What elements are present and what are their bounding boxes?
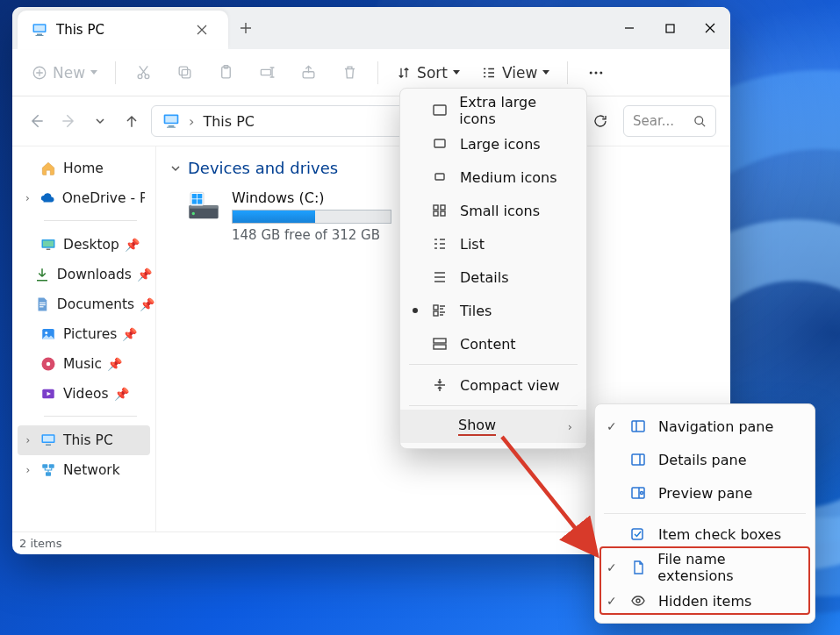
sort-button[interactable]: Sort [387,59,469,87]
maximize-button[interactable] [650,7,690,49]
pin-icon: 📌 [125,238,140,252]
show-details-pane[interactable]: Details pane [595,443,815,476]
nav-music[interactable]: ›Music📌 [18,349,150,379]
refresh-button[interactable] [585,105,616,137]
show-preview-pane[interactable]: Preview pane [595,476,815,510]
new-tab-button[interactable] [228,7,263,49]
view-list[interactable]: List [400,227,586,260]
nav-this-pc[interactable]: ›This PC [18,425,150,455]
details-icon [432,269,448,285]
navigation-pane[interactable]: › Home › OneDrive - Pe ›Desktop📌 ›Downlo… [12,146,156,532]
forward-button[interactable] [56,109,81,133]
svg-rect-34 [43,436,54,442]
medium-icons-icon [432,169,448,185]
content-icon [432,336,448,352]
network-icon [40,462,56,478]
check-icon: ✓ [607,419,617,433]
view-tiles[interactable]: Tiles [400,294,586,327]
tab-this-pc[interactable]: This PC [18,11,228,49]
view-compact[interactable]: Compact view [400,368,586,402]
address-row: › This PC Sear... [12,96,730,146]
recent-locations-button[interactable] [88,109,112,133]
show-navigation-pane[interactable]: ✓Navigation pane [595,410,815,443]
nav-desktop[interactable]: ›Desktop📌 [18,230,150,260]
up-button[interactable] [119,109,144,133]
more-button[interactable] [577,59,615,87]
compact-view-icon [432,377,448,393]
delete-button[interactable] [331,59,369,86]
nav-downloads[interactable]: ›Downloads📌 [18,260,150,289]
nav-home[interactable]: › Home [18,153,150,183]
paste-button[interactable] [207,59,245,86]
this-pc-icon [40,432,56,448]
nav-network[interactable]: ›Network [18,455,150,485]
svg-rect-40 [189,205,218,208]
new-label: New [53,64,85,82]
rename-button[interactable] [248,59,286,86]
svg-rect-57 [434,345,446,349]
back-button[interactable] [25,109,49,133]
view-medium-icons[interactable]: Medium icons [400,161,586,194]
view-small-icons[interactable]: Small icons [400,194,586,227]
view-extra-large-icons[interactable]: Extra large icons [400,94,586,127]
sort-label: Sort [417,64,448,82]
drive-icon [186,189,221,225]
pin-icon: 📌 [114,387,129,401]
check-icon: ✓ [607,594,617,608]
pin-icon: 📌 [140,297,154,311]
svg-rect-46 [197,199,202,203]
this-pc-icon [32,22,47,38]
preview-pane-icon [630,485,646,501]
tab-close-button[interactable] [190,18,214,42]
nav-home-label: Home [63,161,104,176]
svg-rect-37 [49,464,54,468]
this-pc-icon [162,112,180,130]
hidden-items-icon [630,593,646,609]
close-button[interactable] [690,7,730,49]
show-file-name-extensions[interactable]: ✓File name extensions [595,551,815,584]
nav-onedrive[interactable]: › OneDrive - Pe [18,183,150,213]
view-content[interactable]: Content [400,327,586,360]
show-hidden-items[interactable]: ✓Hidden items [595,584,815,617]
svg-point-16 [600,71,603,74]
nav-videos[interactable]: ›Videos📌 [18,379,150,409]
svg-rect-2 [37,34,42,36]
svg-rect-38 [46,472,51,476]
view-show[interactable]: Show › [400,410,586,443]
view-menu: Extra large icons Large icons Medium ico… [399,88,587,449]
view-button[interactable]: View [472,59,558,87]
nav-music-label: Music [63,356,102,372]
svg-point-15 [595,71,598,74]
show-item-check-boxes[interactable]: Item check boxes [595,517,815,551]
svg-rect-59 [632,454,644,465]
svg-point-41 [192,212,195,215]
svg-rect-4 [666,25,674,32]
svg-point-61 [641,492,643,495]
svg-rect-3 [36,35,44,36]
cut-button[interactable] [125,59,162,86]
svg-rect-44 [197,194,202,198]
list-icon [432,236,448,252]
drive-name: Windows (C:) [232,189,391,206]
breadcrumb-this-pc[interactable]: This PC [203,113,255,130]
copy-button[interactable] [166,59,204,86]
share-button[interactable] [290,59,327,86]
svg-rect-35 [46,445,51,446]
svg-rect-58 [632,421,644,432]
new-button[interactable]: New [23,59,106,87]
desktop-icon [40,237,56,253]
chevron-right-icon: › [189,113,194,130]
nav-pictures[interactable]: ›Pictures📌 [18,319,150,349]
titlebar[interactable]: This PC [12,7,730,49]
svg-rect-23 [43,241,54,247]
nav-onedrive-label: OneDrive - Pe [62,190,145,206]
svg-rect-62 [632,529,643,539]
search-input[interactable]: Sear... [623,105,716,137]
view-large-icons[interactable]: Large icons [400,127,586,161]
view-details[interactable]: Details [400,260,586,294]
nav-documents[interactable]: ›Documents📌 [18,289,150,319]
minimize-button[interactable] [609,7,650,49]
nav-this-pc-label: This PC [63,432,113,448]
details-pane-icon [630,452,646,467]
nav-videos-label: Videos [63,386,109,402]
